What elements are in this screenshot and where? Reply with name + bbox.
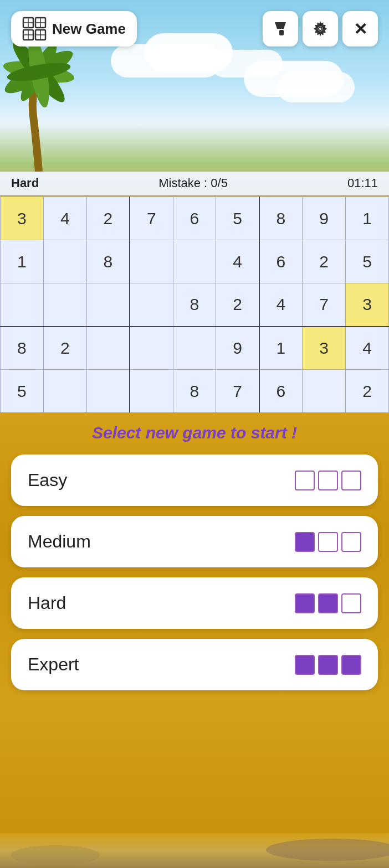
header: New Game ✕ [0, 11, 389, 46]
cell-3-4[interactable] [173, 327, 216, 370]
easy-bar-1 [295, 471, 315, 490]
cell-2-0[interactable] [1, 283, 44, 327]
expert-bar-2 [318, 655, 338, 675]
expert-button[interactable]: Expert [11, 639, 378, 690]
mistakes-label: Mistake : 0/5 [158, 176, 228, 190]
cell-1-1[interactable] [43, 240, 86, 283]
svg-point-22 [266, 839, 389, 861]
cell-2-7[interactable]: 7 [303, 283, 346, 327]
hard-label: Hard [28, 593, 66, 613]
settings-button[interactable] [303, 11, 338, 46]
cell-4-5[interactable]: 7 [216, 370, 259, 413]
close-icon: ✕ [354, 19, 367, 39]
hard-bars [295, 593, 361, 613]
cell-2-2[interactable] [86, 283, 130, 327]
new-game-button[interactable]: New Game [11, 11, 137, 46]
cell-1-7[interactable]: 2 [303, 240, 346, 283]
grid-icon [22, 17, 47, 41]
hard-button[interactable]: Hard [11, 577, 378, 629]
status-bar: Hard Mistake : 0/5 01:11 [0, 172, 389, 195]
cell-3-5[interactable]: 9 [216, 327, 259, 370]
cell-0-2[interactable]: 2 [86, 197, 130, 240]
cell-4-0[interactable]: 5 [1, 370, 44, 413]
timer-label: 01:11 [347, 176, 378, 190]
medium-bar-3 [341, 532, 361, 552]
paint-button[interactable] [263, 11, 298, 46]
svg-point-23 [11, 845, 100, 865]
cell-4-7[interactable] [303, 370, 346, 413]
cell-1-4[interactable] [173, 240, 216, 283]
cell-2-8[interactable]: 3 [346, 283, 389, 327]
palm-tree-left [0, 28, 105, 172]
cell-4-8[interactable]: 2 [346, 370, 389, 413]
cell-0-8[interactable]: 1 [346, 197, 389, 240]
cell-1-8[interactable]: 5 [346, 240, 389, 283]
svg-rect-18 [279, 30, 284, 35]
cell-1-6[interactable]: 6 [259, 240, 303, 283]
cell-1-2[interactable]: 8 [86, 240, 130, 283]
cell-1-5[interactable]: 4 [216, 240, 259, 283]
cell-0-6[interactable]: 8 [259, 197, 303, 240]
easy-bar-3 [341, 471, 361, 490]
medium-bar-2 [318, 532, 338, 552]
easy-label: Easy [28, 470, 67, 490]
cell-4-1[interactable] [43, 370, 86, 413]
select-prompt: Select new game to start ! [11, 423, 378, 442]
cell-4-4[interactable]: 8 [173, 370, 216, 413]
overlay-panel: Select new game to start ! Easy Medium H… [0, 412, 389, 833]
cell-2-4[interactable]: 8 [173, 283, 216, 327]
medium-bars [295, 532, 361, 552]
easy-bar-2 [318, 471, 338, 490]
cell-0-5[interactable]: 5 [216, 197, 259, 240]
expert-bars [295, 655, 361, 675]
cell-0-7[interactable]: 9 [303, 197, 346, 240]
cell-0-4[interactable]: 6 [173, 197, 216, 240]
medium-label: Medium [28, 531, 91, 552]
cell-3-2[interactable] [86, 327, 130, 370]
expert-bar-3 [341, 655, 361, 675]
close-button[interactable]: ✕ [342, 11, 378, 46]
hard-bar-3 [341, 593, 361, 613]
cell-0-0[interactable]: 3 [1, 197, 44, 240]
expert-label: Expert [28, 654, 79, 675]
gear-icon [311, 20, 329, 38]
cell-3-0[interactable]: 8 [1, 327, 44, 370]
cell-2-6[interactable]: 4 [259, 283, 303, 327]
cell-1-0[interactable]: 1 [1, 240, 44, 283]
cell-3-6[interactable]: 1 [259, 327, 303, 370]
cell-1-3[interactable] [130, 240, 173, 283]
cell-2-1[interactable] [43, 283, 86, 327]
cell-2-3[interactable] [130, 283, 173, 327]
easy-button[interactable]: Easy [11, 454, 378, 506]
difficulty-label: Hard [11, 176, 39, 190]
hard-bar-1 [295, 593, 315, 613]
sudoku-grid: 3427658911846258247382913458762 [0, 197, 389, 413]
cell-0-3[interactable]: 7 [130, 197, 173, 240]
new-game-label: New Game [52, 20, 126, 38]
cell-4-6[interactable]: 6 [259, 370, 303, 413]
cell-2-5[interactable]: 2 [216, 283, 259, 327]
cell-4-3[interactable] [130, 370, 173, 413]
sudoku-table: 3427658911846258247382913458762 [0, 197, 389, 413]
cell-3-8[interactable]: 4 [346, 327, 389, 370]
medium-button[interactable]: Medium [11, 516, 378, 567]
cell-4-2[interactable] [86, 370, 130, 413]
cell-3-3[interactable] [130, 327, 173, 370]
beach-bottom [0, 833, 389, 868]
medium-bar-1 [295, 532, 315, 552]
cell-3-1[interactable]: 2 [43, 327, 86, 370]
easy-bars [295, 471, 361, 490]
paint-icon [272, 20, 289, 38]
expert-bar-1 [295, 655, 315, 675]
hard-bar-2 [318, 593, 338, 613]
header-actions: ✕ [263, 11, 378, 46]
cell-0-1[interactable]: 4 [43, 197, 86, 240]
cell-3-7[interactable]: 3 [303, 327, 346, 370]
